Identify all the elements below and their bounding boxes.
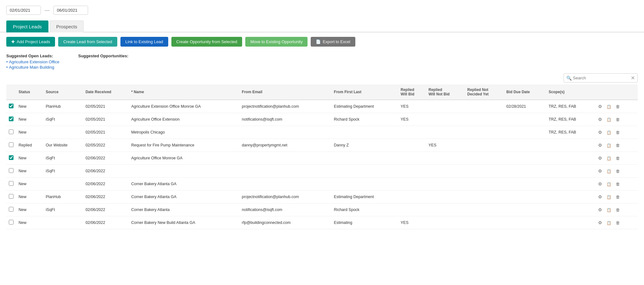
export-excel-button[interactable]: 📄 Export to Excel [311, 37, 355, 47]
row-checkbox[interactable] [9, 207, 14, 212]
col-source: Source [43, 84, 83, 100]
trash-icon [616, 207, 620, 212]
doc-button[interactable] [605, 103, 613, 110]
link-lead-button[interactable]: Link to Existing Lead [120, 37, 168, 47]
col-name: * Name [129, 84, 239, 100]
row-bid_due: 02/28/2021 [504, 100, 546, 113]
gear-button[interactable] [597, 207, 603, 213]
suggestion-link-2[interactable]: Agriculture Main Building [6, 65, 59, 70]
row-checkbox[interactable] [9, 155, 14, 160]
trash-icon [616, 194, 620, 199]
row-checkbox-cell[interactable] [6, 126, 16, 139]
delete-button[interactable] [614, 219, 621, 226]
doc-button[interactable] [605, 168, 613, 174]
row-checkbox[interactable] [9, 129, 14, 134]
doc-button[interactable] [605, 142, 613, 148]
row-checkbox-cell[interactable] [6, 139, 16, 152]
row-scopes [546, 203, 594, 216]
row-email: notifications@isqft.com [239, 113, 331, 126]
delete-button[interactable] [614, 129, 621, 135]
row-checkbox-cell[interactable] [6, 113, 16, 126]
gear-icon [598, 156, 602, 161]
delete-button[interactable] [614, 207, 621, 213]
doc-button[interactable] [605, 219, 613, 226]
gear-button[interactable] [597, 103, 603, 110]
row-actions [594, 165, 638, 178]
doc-button[interactable] [605, 116, 613, 123]
col-date: Date Received [83, 84, 129, 100]
gear-icon [598, 104, 602, 109]
row-checkbox[interactable] [9, 168, 14, 173]
row-checkbox[interactable] [9, 220, 14, 225]
table-row: NewiSqFt02/06/2022Agriculture Office Mon… [6, 152, 638, 165]
gear-button[interactable] [597, 219, 603, 226]
add-project-leads-button[interactable]: ✚ Add Project Leads [6, 37, 55, 47]
row-checkbox-cell[interactable] [6, 165, 16, 178]
toolbar: ✚ Add Project Leads Create Lead from Sel… [0, 32, 644, 51]
date-to-input[interactable] [53, 6, 88, 15]
move-opportunity-button[interactable]: Move to Existing Opportunity [245, 37, 308, 47]
gear-button[interactable] [597, 142, 603, 148]
row-checkbox-cell[interactable] [6, 203, 16, 216]
table-row: NewPlanHub02/06/2022Corner Bakery Atlant… [6, 191, 638, 203]
row-source [43, 178, 83, 191]
tab-prospects[interactable]: Prospects [50, 20, 84, 32]
doc-button[interactable] [605, 194, 613, 200]
create-opportunity-button[interactable]: Create Opportunity from Selected [171, 37, 242, 47]
gear-button[interactable] [597, 181, 603, 187]
create-lead-button[interactable]: Create Lead from Selected [58, 37, 117, 47]
delete-button[interactable] [614, 142, 621, 148]
row-replied_will_not [426, 178, 465, 191]
delete-button[interactable] [614, 103, 621, 110]
row-checkbox-cell[interactable] [6, 100, 16, 113]
row-replied_will_bid [398, 152, 426, 165]
row-bid_due [504, 139, 546, 152]
row-replied_will_bid [398, 191, 426, 203]
row-bid_due [504, 165, 546, 178]
delete-button[interactable] [614, 181, 621, 187]
delete-button[interactable] [614, 168, 621, 174]
delete-button[interactable] [614, 116, 621, 123]
doc-button[interactable] [605, 207, 613, 213]
date-from-input[interactable] [6, 6, 41, 15]
gear-button[interactable] [597, 129, 603, 135]
doc-button[interactable] [605, 181, 613, 187]
row-scopes [546, 139, 594, 152]
row-email: rfp@buildingconnected.com [239, 216, 331, 229]
row-replied_not_decided [465, 178, 504, 191]
gear-button[interactable] [597, 168, 603, 174]
row-source: PlanHub [43, 100, 83, 113]
row-replied_will_not [426, 216, 465, 229]
tab-project-leads[interactable]: Project Leads [6, 20, 48, 32]
search-icon: 🔍 [566, 76, 572, 81]
document-icon [607, 181, 611, 186]
search-input[interactable] [573, 76, 630, 80]
trash-icon [616, 104, 620, 109]
row-checkbox-cell[interactable] [6, 178, 16, 191]
row-replied_will_not [426, 203, 465, 216]
row-email [239, 152, 331, 165]
gear-icon [598, 143, 602, 148]
row-checkbox-cell[interactable] [6, 216, 16, 229]
row-bid_due [504, 191, 546, 203]
doc-button[interactable] [605, 129, 613, 135]
trash-icon [616, 156, 620, 161]
gear-button[interactable] [597, 155, 603, 161]
gear-button[interactable] [597, 194, 603, 200]
search-bar: 🔍 ✕ [0, 71, 644, 84]
doc-button[interactable] [605, 155, 613, 161]
delete-button[interactable] [614, 194, 621, 200]
close-icon[interactable]: ✕ [631, 75, 635, 81]
delete-button[interactable] [614, 155, 621, 161]
row-checkbox[interactable] [9, 142, 14, 147]
row-status: New [16, 126, 43, 139]
row-checkbox-cell[interactable] [6, 191, 16, 203]
row-checkbox[interactable] [9, 194, 14, 199]
gear-button[interactable] [597, 116, 603, 123]
row-source: iSqFt [43, 165, 83, 178]
row-checkbox-cell[interactable] [6, 152, 16, 165]
row-checkbox[interactable] [9, 181, 14, 186]
row-checkbox[interactable] [9, 117, 14, 121]
suggestion-link-1[interactable]: Agriculture Extension Office [6, 60, 59, 64]
row-checkbox[interactable] [9, 104, 14, 108]
